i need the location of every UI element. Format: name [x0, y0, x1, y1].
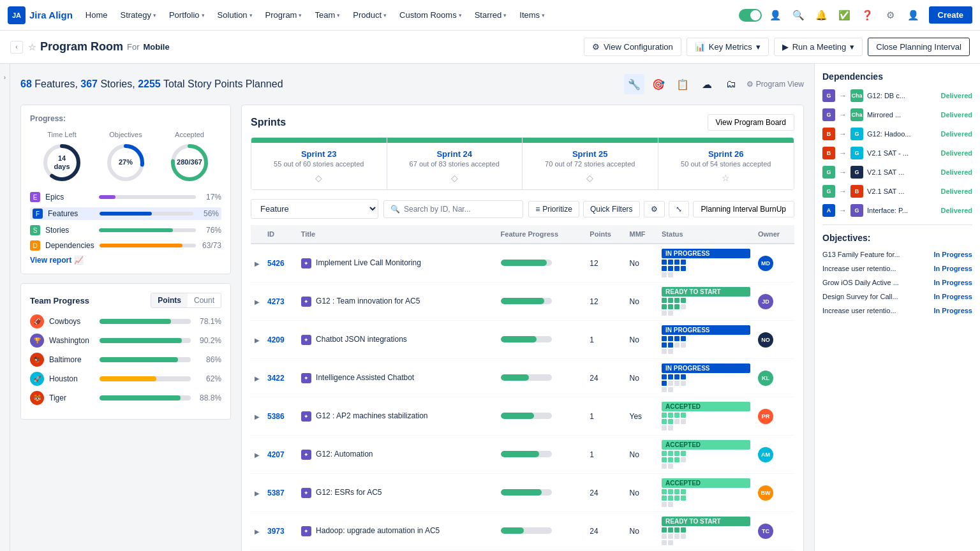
- feature-id-link[interactable]: 4209: [267, 335, 285, 344]
- notifications-icon[interactable]: 🔔: [813, 6, 831, 24]
- row-mmf-cell: No: [626, 321, 658, 359]
- row-owner-cell: BW: [754, 474, 794, 512]
- dep-status: Delivered: [940, 168, 972, 176]
- features-table-body: ▶ 5426 ✦ Implement Live Call Monitoring …: [251, 244, 794, 550]
- settings-icon[interactable]: ⚙: [882, 6, 900, 24]
- feature-id-link[interactable]: 3973: [267, 527, 285, 536]
- tab-points[interactable]: Points: [151, 293, 188, 307]
- burnup-button[interactable]: Planning Interval BurnUp: [693, 201, 794, 217]
- dep-label-text[interactable]: V2.1 SAT ...: [867, 187, 937, 195]
- feature-mmf: Yes: [630, 412, 642, 421]
- nav-home-label: Home: [85, 10, 108, 20]
- view-icon-4[interactable]: ☁: [697, 74, 717, 94]
- dep-label-text[interactable]: Interface: P...: [867, 207, 937, 214]
- nav-portfolio[interactable]: Portfolio ▾: [164, 8, 210, 22]
- feature-progress-col-header[interactable]: Feature Progress: [497, 225, 586, 244]
- prioritize-button[interactable]: ≡ Prioritize: [528, 201, 579, 217]
- id-col-header[interactable]: ID: [264, 225, 297, 244]
- status-badge: ACCEPTED: [662, 440, 750, 450]
- features-progress-row[interactable]: F Features 56%: [30, 207, 221, 220]
- status-badge: IN PROGRESS: [662, 364, 750, 373]
- feature-search-box[interactable]: 🔍 Search by ID, Nar...: [383, 200, 523, 218]
- obj-label-text[interactable]: Design Survey for Call...: [822, 293, 930, 300]
- dep-label-text[interactable]: G12: Hadoo...: [867, 130, 937, 138]
- stories-icon: S: [30, 225, 40, 235]
- tab-count[interactable]: Count: [188, 293, 221, 307]
- mmf-col-header[interactable]: MMF: [626, 225, 658, 244]
- title-col-header[interactable]: Title: [297, 225, 497, 244]
- checklist-icon[interactable]: ✅: [836, 6, 854, 24]
- view-icon-3[interactable]: 📋: [672, 74, 693, 94]
- row-expand-icon[interactable]: ▶: [255, 337, 260, 344]
- row-expand-icon[interactable]: ▶: [255, 452, 260, 459]
- row-expand-icon[interactable]: ▶: [255, 375, 260, 382]
- nav-program[interactable]: Program ▾: [260, 8, 308, 22]
- nav-custom-rooms[interactable]: Custom Rooms ▾: [394, 8, 467, 22]
- status-block: [681, 489, 686, 494]
- close-planning-interval-button[interactable]: Close Planning Interval: [868, 38, 970, 56]
- feature-id-link[interactable]: 4207: [267, 450, 285, 459]
- theme-toggle[interactable]: [739, 9, 762, 22]
- view-configuration-button[interactable]: ⚙ View Configuration: [584, 38, 681, 56]
- dep-label-text[interactable]: Mirrored ...: [867, 111, 937, 119]
- user-settings-icon[interactable]: 👤: [767, 6, 785, 24]
- run-meeting-button[interactable]: ▶ Run a Meeting ▾: [774, 38, 863, 56]
- search-icon[interactable]: 🔍: [790, 6, 808, 24]
- obj-label-text[interactable]: G13 Family Feature for...: [822, 251, 930, 258]
- row-mmf-cell: Yes: [626, 397, 658, 436]
- sidebar-collapse-button[interactable]: ‹: [10, 41, 23, 54]
- view-icon-2[interactable]: 🎯: [648, 74, 669, 94]
- row-expand-icon[interactable]: ▶: [255, 490, 260, 497]
- nav-product[interactable]: Product ▾: [348, 8, 392, 22]
- feature-points: 1: [590, 412, 594, 421]
- favorite-star-icon[interactable]: ☆: [28, 42, 36, 52]
- stories-label: Stories,: [100, 78, 138, 89]
- dep-label-text[interactable]: V2.1 SAT - ...: [867, 149, 937, 157]
- status-block: [662, 527, 667, 533]
- feature-id-link[interactable]: 5426: [267, 259, 285, 268]
- nav-strategy[interactable]: Strategy ▾: [115, 8, 161, 22]
- status-blocks: [662, 413, 687, 430]
- avatar-icon[interactable]: 👤: [905, 6, 923, 24]
- dep-label-text[interactable]: G12: DB c...: [867, 92, 937, 99]
- status-cell-content: IN PROGRESS: [662, 325, 750, 354]
- table-settings-button[interactable]: ⚙: [644, 201, 665, 217]
- progress-bars: E Epics 17% F Features: [30, 192, 221, 251]
- nav-starred[interactable]: Starred ▾: [470, 8, 512, 22]
- row-expand-icon[interactable]: ▶: [255, 298, 260, 305]
- nav-items[interactable]: Items ▾: [514, 8, 550, 22]
- sidebar-toggle[interactable]: ›: [0, 64, 10, 551]
- view-icon-1[interactable]: 🔧: [624, 74, 644, 94]
- quick-filters-button[interactable]: Quick Filters: [583, 201, 640, 217]
- feature-id-link[interactable]: 4273: [267, 297, 285, 306]
- stories-bar-wrap: [99, 228, 196, 232]
- expand-button[interactable]: ⤡: [669, 201, 689, 217]
- feature-filter-select[interactable]: Feature: [251, 199, 378, 219]
- points-count: 2255: [138, 78, 161, 89]
- points-col-header[interactable]: Points: [586, 225, 625, 244]
- feature-id-link[interactable]: 3422: [267, 374, 285, 383]
- obj-label-text[interactable]: Increase user retentio...: [822, 265, 930, 272]
- right-panel: Dependencies G → Cha G12: DB c... Delive…: [814, 64, 980, 551]
- owner-col-header[interactable]: Owner: [754, 225, 794, 244]
- status-block: [674, 304, 679, 309]
- help-icon[interactable]: ❓: [859, 6, 877, 24]
- key-metrics-button[interactable]: 📊 Key Metrics ▾: [687, 38, 769, 56]
- view-icon-5[interactable]: 🗂: [721, 74, 741, 94]
- feature-id-link[interactable]: 5386: [267, 412, 285, 421]
- nav-team[interactable]: Team ▾: [309, 8, 345, 22]
- feature-id-link[interactable]: 5387: [267, 489, 285, 497]
- row-expand-icon[interactable]: ▶: [255, 413, 260, 420]
- nav-home[interactable]: Home: [80, 8, 113, 22]
- view-program-board-button[interactable]: View Program Board: [708, 114, 795, 131]
- obj-label-text[interactable]: Increase user retentio...: [822, 307, 930, 314]
- create-button[interactable]: Create: [929, 6, 972, 24]
- obj-label-text[interactable]: Grow iOS Daily Active ...: [822, 279, 930, 286]
- view-report-link[interactable]: View report 📈: [30, 256, 221, 265]
- row-expand-icon[interactable]: ▶: [255, 528, 260, 535]
- app-logo[interactable]: JA Jira Align: [8, 6, 73, 24]
- row-expand-icon[interactable]: ▶: [255, 260, 260, 267]
- status-col-header[interactable]: Status: [658, 225, 754, 244]
- dep-label-text[interactable]: V2.1 SAT ...: [867, 168, 937, 176]
- nav-solution[interactable]: Solution ▾: [212, 8, 258, 22]
